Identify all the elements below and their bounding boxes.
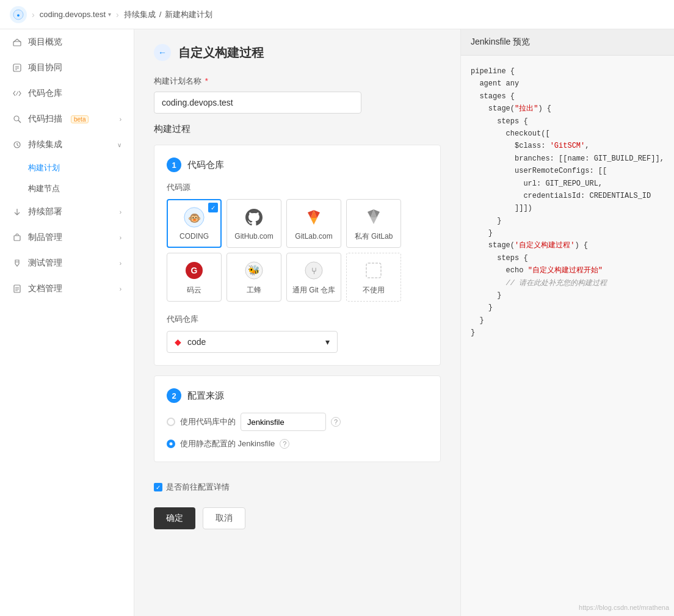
sidebar-item-code-repo[interactable]: 代码仓库 — [0, 81, 134, 106]
sidebar-item-build-plan[interactable]: 构建计划 — [28, 158, 134, 178]
jenkinsfile-path-input[interactable] — [241, 413, 326, 431]
form-footer: ✓ 是否前往配置详情 — [154, 472, 441, 502]
ci-arrow-icon: ∨ — [117, 142, 121, 148]
code-line: } — [471, 302, 664, 314]
sidebar-item-overview[interactable]: 项目概览 — [0, 29, 134, 55]
code-line: stages { — [471, 90, 664, 103]
step2-config-source: 2 配置来源 使用代码库中的 ? 使用静态配置的 Jenkinsfile — [154, 375, 441, 462]
home-icon — [12, 37, 22, 47]
step1-header: 1 代码仓库 — [167, 158, 428, 172]
step2-num: 2 — [167, 388, 181, 403]
step1-title: 代码仓库 — [187, 159, 224, 171]
product-icon — [12, 233, 22, 242]
code-line: agent any — [471, 78, 664, 90]
beta-badge: beta — [71, 115, 89, 123]
source-gitbee[interactable]: 🐝 工蜂 — [226, 253, 281, 302]
topbar-dropdown-icon: ▾ — [108, 11, 111, 18]
code-line: checkout([ — [471, 128, 664, 140]
preview-body: pipeline { agent any stages { stage("拉出"… — [461, 56, 674, 349]
svg-point-8 — [14, 116, 19, 121]
confirm-button[interactable]: 确定 — [154, 507, 195, 529]
sidebar-item-collab[interactable]: 项目协同 — [0, 55, 134, 81]
sidebar-item-product[interactable]: 制品管理 › — [0, 225, 134, 250]
sidebar-item-ci[interactable]: 持续集成 ∨ — [0, 132, 134, 158]
repo-dropdown[interactable]: ◆ code ▾ — [167, 331, 338, 353]
code-line: steps { — [471, 252, 664, 264]
code-line: } — [471, 327, 664, 339]
sidebar-item-code-scan[interactable]: 代码扫描 beta › — [0, 106, 134, 132]
svg-rect-37 — [366, 263, 381, 278]
code-line: steps { — [471, 115, 664, 128]
sidebar-item-docs[interactable]: 文档管理 › — [0, 276, 134, 302]
code-line: ]]]) — [471, 202, 664, 214]
product-arrow-icon: › — [120, 234, 121, 241]
code-line: $class: 'GitSCM', — [471, 140, 664, 152]
help-icon-1[interactable]: ? — [331, 417, 341, 427]
topbar-project-link[interactable]: coding.devops.test ▾ — [40, 10, 111, 19]
code-line: // 请在此处补充您的构建过程 — [471, 277, 664, 289]
radio-item-2: 使用静态配置的 Jenkinsfile ? — [167, 438, 428, 449]
test-icon — [12, 258, 22, 268]
svg-text:●: ● — [16, 12, 20, 18]
sidebar-item-test[interactable]: 测试管理 › — [0, 250, 134, 276]
cd-arrow-icon: › — [120, 209, 121, 216]
plan-name-input[interactable] — [154, 92, 361, 114]
none-icon — [363, 259, 385, 281]
repo-dropdown-wrapper: ◆ code ▾ — [167, 331, 338, 353]
help-icon-2[interactable]: ? — [280, 439, 289, 449]
gitee-icon: G — [183, 259, 205, 281]
sidebar-item-build-node[interactable]: 构建节点 — [28, 178, 134, 199]
svg-rect-2 — [13, 42, 21, 46]
topbar-sep-1: › — [32, 10, 35, 20]
preview-panel: Jenkinsfile 预览 pipeline { agent any stag… — [460, 29, 674, 616]
action-buttons: 确定 取消 — [154, 507, 441, 529]
checkbox-icon[interactable]: ✓ — [154, 483, 162, 491]
docs-icon — [12, 284, 22, 294]
collab-icon — [12, 63, 22, 73]
source-coding[interactable]: ✓ 🐵 CODING — [167, 199, 222, 248]
radio-item-1: 使用代码库中的 ? — [167, 413, 428, 431]
cancel-button[interactable]: 取消 — [203, 507, 245, 529]
required-mark: * — [205, 76, 208, 85]
code-line: echo "自定义构建过程开始" — [471, 264, 664, 277]
back-button[interactable]: ← — [154, 44, 171, 61]
scan-icon — [12, 114, 22, 124]
checkbox-label: 是否前往配置详情 — [166, 482, 230, 493]
source-grid: ✓ 🐵 CODING GitHub.com — [167, 199, 428, 302]
source-gitee[interactable]: G 码云 — [167, 253, 222, 302]
code-line: } — [471, 215, 664, 227]
step1-num: 1 — [167, 158, 181, 172]
step2-title: 配置来源 — [187, 390, 224, 402]
source-github[interactable]: GitHub.com — [226, 199, 281, 248]
radio2-circle[interactable] — [167, 440, 175, 448]
source-none[interactable]: 不使用 — [346, 253, 401, 302]
svg-text:🐝: 🐝 — [248, 264, 260, 276]
svg-line-9 — [18, 120, 21, 123]
github-icon — [243, 206, 265, 228]
sidebar-item-cd[interactable]: 持续部署 › — [0, 199, 134, 225]
code-line: } — [471, 227, 664, 239]
generic-git-icon: ⑂ — [303, 259, 325, 281]
code-line: url: GIT_REPO_URL, — [471, 178, 664, 190]
code-line: credentialsId: CREDENTIALS_ID — [471, 190, 664, 202]
step1-code-repo: 1 代码仓库 代码源 ✓ 🐵 CODING — [154, 145, 441, 366]
plan-name-label: 构建计划名称 * — [154, 76, 441, 87]
source-label: 代码源 — [167, 182, 428, 193]
docs-arrow-icon: › — [120, 286, 121, 292]
source-generic-git[interactable]: ⑂ 通用 Git 仓库 — [286, 253, 341, 302]
code-line: branches: [[name: GIT_BUILD_REF]], — [471, 153, 664, 165]
code-line: stage('自定义构建过程') { — [471, 239, 664, 252]
cd-icon — [12, 207, 22, 217]
coding-icon: 🐵 — [183, 206, 205, 228]
code-icon — [12, 89, 22, 98]
source-private-gitlab[interactable]: 私有 GitLab — [346, 199, 401, 248]
main-form: ← 自定义构建过程 构建计划名称 * 构建过程 1 代码仓库 代码源 — [134, 29, 460, 616]
svg-text:🐵: 🐵 — [188, 212, 201, 225]
code-line: stage("拉出") { — [471, 103, 664, 115]
app-logo: ● — [10, 6, 27, 23]
radio1-circle[interactable] — [167, 418, 175, 426]
svg-line-7 — [16, 92, 18, 95]
check-icon: ✓ — [208, 203, 218, 212]
source-gitlab-com[interactable]: GitLab.com — [286, 199, 341, 248]
gitlab-com-icon — [303, 206, 325, 228]
